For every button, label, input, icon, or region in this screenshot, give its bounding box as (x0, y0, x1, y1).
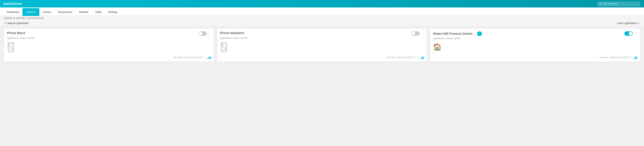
card-footer-3: Last Seen: 2018-09-11 08:46:05 (433, 54, 637, 59)
nav-item-temperature[interactable]: Temperature (54, 8, 76, 16)
breadcrumb-bar: ‹ < Manual Light/Switch Learn Light/Swit… (0, 21, 644, 26)
nav-item-settings[interactable]: Settings (105, 8, 121, 16)
nav: Dashboard Switches Scenes Temperature We… (0, 8, 644, 16)
toggle-1[interactable] (198, 31, 207, 36)
datetime-bar: 2018-09-11 10:27:08 ✳ ▲07:08 ▼20:06 (0, 16, 644, 21)
chevron-right-icon: › (639, 22, 640, 25)
card-header-3: iDetect Wifi Presence Detection - Anyon … (433, 31, 637, 36)
card-footer-2: Last Seen: 2018-09-10 08:00:07 (220, 54, 424, 59)
card-footer-1: Last Seen: 2018-09-10 10:44:53 (7, 54, 211, 59)
card-header-1: iPhone Marck ⋯ (7, 31, 211, 36)
phone-crossed-icon-2 (220, 42, 228, 53)
bar-chart-icon-2[interactable] (420, 56, 424, 59)
last-seen-1: Last Seen: 2018-09-10 10:44:53 (173, 56, 202, 59)
more-menu-button-3[interactable]: ⋯ (633, 31, 637, 34)
svg-point-4 (10, 51, 11, 51)
device-icon-area-3: 🏠 (433, 41, 637, 52)
card-iphone-marck: iPhone Marck ⋯ Light/Switch, Switch, On/… (4, 29, 214, 62)
more-menu-button-1[interactable]: ⋯ (207, 31, 211, 34)
breadcrumb-left-label: < Manual Light/Switch (6, 22, 29, 25)
card-idetect-wifi: iDetect Wifi Presence Detection - Anyon … (430, 29, 640, 62)
device-icon-area-1 (7, 40, 211, 53)
breadcrumb-right-label: Learn Light/Switch > (617, 22, 638, 25)
clock-icon-1 (204, 56, 206, 59)
svg-point-0 (600, 3, 601, 4)
clock-icon-3 (630, 56, 632, 59)
nav-item-utility[interactable]: Utility (92, 8, 105, 16)
card-title-2: iPhone Madeleine (220, 31, 410, 35)
datetime-text: 2018-09-11 10:27:08 ✳ ▲07:08 ▼20:06 (4, 17, 44, 20)
bar-chart-icon-3[interactable] (634, 56, 637, 59)
svg-line-5 (8, 43, 14, 51)
card-title-1: iPhone Marck (7, 31, 197, 35)
toggle-3[interactable] (624, 31, 633, 36)
card-iphone-madeleine: iPhone Madeleine ⋯ Light/Switch, Switch,… (217, 29, 427, 62)
bar-chart-icon-1[interactable] (208, 56, 211, 59)
nav-item-weather[interactable]: Weather (76, 8, 92, 16)
cards-container: iPhone Marck ⋯ Light/Switch, Switch, On/… (0, 26, 644, 66)
toggle-2[interactable] (411, 31, 420, 36)
header: machin●n (0, 0, 644, 8)
logo: machin●n (4, 2, 22, 6)
device-icon-area-2 (220, 40, 424, 53)
card-subtitle-2: Light/Switch, Switch, On/Off (220, 37, 424, 39)
search-icon (599, 2, 602, 5)
search-box[interactable] (597, 2, 640, 6)
nav-item-dashboard[interactable]: Dashboard (4, 8, 22, 16)
clock-icon-2 (417, 56, 419, 59)
phone-crossed-icon-1 (7, 42, 15, 53)
house-icon: 🏠 (433, 43, 442, 51)
last-seen-2: Last Seen: 2018-09-10 08:00:07 (386, 56, 415, 59)
chevron-left-icon: ‹ (4, 22, 5, 25)
card-subtitle-3: Light/Switch, Switch, On/Off (433, 37, 637, 40)
last-seen-3: Last Seen: 2018-09-11 08:46:05 (600, 56, 628, 59)
toggle-slider-2[interactable] (411, 31, 420, 36)
toggle-slider-3[interactable] (624, 31, 633, 36)
toggle-slider-1[interactable] (198, 31, 207, 36)
breadcrumb-left[interactable]: ‹ < Manual Light/Switch (4, 22, 29, 25)
more-menu-button-2[interactable]: ⋯ (420, 31, 424, 34)
card-title-3: iDetect Wifi Presence Detection - Anyon … (433, 31, 623, 36)
card-header-2: iPhone Madeleine ⋯ (220, 31, 424, 36)
svg-point-9 (224, 51, 224, 51)
svg-line-1 (601, 4, 601, 4)
nav-item-scenes[interactable]: Scenes (39, 8, 54, 16)
search-input[interactable] (602, 2, 638, 5)
breadcrumb-right[interactable]: Learn Light/Switch > › (617, 22, 640, 25)
nav-item-switches[interactable]: Switches (22, 8, 39, 16)
title-badge: e (477, 31, 482, 36)
svg-line-10 (221, 43, 227, 51)
card-subtitle-1: Light/Switch, Switch, On/Off (7, 37, 211, 39)
